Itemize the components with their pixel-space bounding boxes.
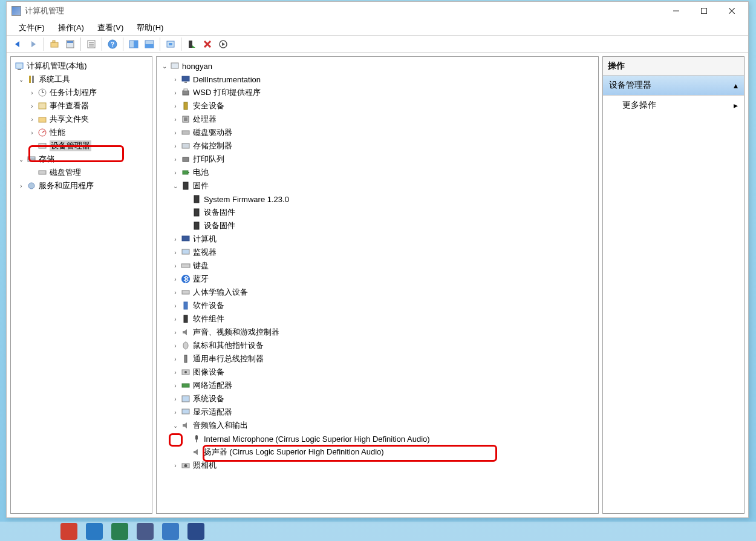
device-remove-button[interactable] [200,37,215,51]
device-processor[interactable]: ›处理器 [157,113,598,126]
device-disk-drive[interactable]: ›磁盘驱动器 [157,126,598,139]
device-firmware[interactable]: ⌄固件 [157,179,598,192]
expand-icon[interactable]: › [171,301,180,310]
taskbar-app-5[interactable] [162,523,179,540]
device-soft-component[interactable]: ›软件组件 [157,312,598,326]
taskbar-app-6[interactable] [187,523,204,540]
expand-icon[interactable]: › [171,288,180,297]
expand-icon[interactable]: › [171,408,180,416]
expand-icon[interactable]: › [171,315,180,323]
expand-icon[interactable]: › [171,461,180,470]
device-sound-video-game[interactable]: ›声音、视频和游戏控制器 [157,326,598,339]
device-mouse[interactable]: ›鼠标和其他指针设备 [157,339,598,352]
expand-icon[interactable]: › [28,115,36,123]
back-button[interactable] [10,37,25,51]
device-add-button[interactable] [184,37,199,51]
expand-icon[interactable]: › [171,142,180,150]
refresh-button[interactable] [163,37,178,51]
expand-icon[interactable]: › [171,341,180,350]
device-dell[interactable]: ›DellInstrumentation [157,73,598,86]
taskbar-app-3[interactable] [111,523,128,540]
taskbar-app-2[interactable] [86,523,103,540]
expand-icon[interactable]: › [171,368,180,376]
device-display-adapter[interactable]: ›显示适配器 [157,405,598,419]
device-computer[interactable]: ›计算机 [157,232,598,246]
tree-services-apps[interactable]: › 服务和应用程序 [11,179,152,192]
collapse-icon[interactable]: ⌄ [160,62,169,70]
device-sys-device[interactable]: ›系统设备 [157,392,598,405]
device-usb[interactable]: ›通用串行总线控制器 [157,352,598,366]
tree-storage[interactable]: ⌄ 存储 [11,152,152,166]
device-tree-panel[interactable]: ⌄ hongyan ›DellInstrumentation ›WSD 打印提供… [156,56,599,514]
title-bar[interactable]: 计算机管理 [7,2,748,20]
device-soft-device[interactable]: ›软件设备 [157,299,598,312]
expand-icon[interactable]: › [171,155,180,163]
taskbar-app-4[interactable] [137,523,154,540]
expand-icon[interactable]: › [171,248,180,257]
menu-action[interactable]: 操作(A) [56,21,86,34]
minimize-button[interactable] [662,2,690,20]
device-imaging[interactable]: ›图像设备 [157,366,598,379]
menu-view[interactable]: 查看(V) [95,21,126,34]
close-button[interactable] [718,2,746,20]
device-speaker[interactable]: 扬声器 (Cirrus Logic Superior High Definiti… [157,445,598,459]
menu-file[interactable]: 文件(F) [16,21,47,34]
expand-icon[interactable]: › [28,128,36,137]
collapse-icon[interactable]: ⌄ [17,155,25,163]
device-security[interactable]: ›安全设备 [157,99,598,113]
scan-hardware-button[interactable] [216,37,230,51]
device-battery[interactable]: ›电池 [157,166,598,179]
actions-more[interactable]: 更多操作 ▸ [603,96,744,115]
expand-icon[interactable]: › [17,182,25,190]
tree-system-tools[interactable]: ⌄ 系统工具 [11,73,152,86]
expand-icon[interactable]: › [171,75,180,84]
device-dev-firmware2[interactable]: 设备固件 [157,219,598,232]
tree-root-computer-mgmt[interactable]: 计算机管理(本地) [11,59,152,73]
device-storage-ctrl[interactable]: ›存储控制器 [157,139,598,152]
device-print-queue[interactable]: ›打印队列 [157,152,598,166]
taskbar[interactable] [0,522,756,541]
device-camera[interactable]: ›照相机 [157,459,598,472]
expand-icon[interactable]: › [171,381,180,390]
device-audio-io[interactable]: ⌄音频输入和输出 [157,419,598,432]
expand-icon[interactable]: › [171,355,180,363]
device-monitor[interactable]: ›监视器 [157,246,598,259]
collapse-icon[interactable]: ⌄ [17,75,25,84]
tree-event-viewer[interactable]: › 事件查看器 [11,99,152,113]
tree-performance[interactable]: › 性能 [11,126,152,139]
expand-icon[interactable]: › [171,328,180,336]
expand-icon[interactable]: › [171,115,180,123]
expand-icon[interactable]: › [171,88,180,97]
left-tree-panel[interactable]: 计算机管理(本地) ⌄ 系统工具 › 任务计划程序 › 事件查看器 [10,56,152,514]
tree-device-manager[interactable]: 设备管理器 [11,139,152,152]
expand-icon[interactable]: › [171,235,180,243]
device-hid[interactable]: ›人体学输入设备 [157,286,598,299]
properties-button[interactable] [84,37,99,51]
expand-icon[interactable]: › [171,102,180,110]
expand-icon[interactable]: › [171,395,180,403]
expand-icon[interactable]: › [171,168,180,177]
menu-help[interactable]: 帮助(H) [134,21,166,34]
up-button[interactable] [47,37,62,51]
device-internal-mic[interactable]: Internal Microphone (Cirrus Logic Superi… [157,432,598,445]
help-button[interactable]: ? [105,37,120,51]
device-sys-firmware[interactable]: System Firmware 1.23.0 [157,192,598,206]
device-network[interactable]: ›网络适配器 [157,379,598,392]
actions-selected-item[interactable]: 设备管理器 ▴ [603,76,744,96]
expand-icon[interactable]: › [171,261,180,270]
collapse-icon[interactable]: ⌄ [171,421,180,430]
maximize-button[interactable] [690,2,718,20]
show-hide-console-button[interactable] [63,37,77,51]
device-bluetooth[interactable]: ›蓝牙 [157,272,598,286]
taskbar-app-1[interactable] [60,523,77,540]
device-wsd-print[interactable]: ›WSD 打印提供程序 [157,86,598,99]
expand-icon[interactable]: › [171,128,180,137]
expand-icon[interactable]: › [28,102,36,110]
device-keyboard[interactable]: ›键盘 [157,259,598,272]
expand-icon[interactable]: › [171,275,180,283]
forward-button[interactable] [26,37,41,51]
tree-shared-folders[interactable]: › 共享文件夹 [11,113,152,126]
expand-icon[interactable]: › [28,88,36,97]
action-view2-button[interactable] [142,37,157,51]
device-dev-firmware1[interactable]: 设备固件 [157,206,598,219]
